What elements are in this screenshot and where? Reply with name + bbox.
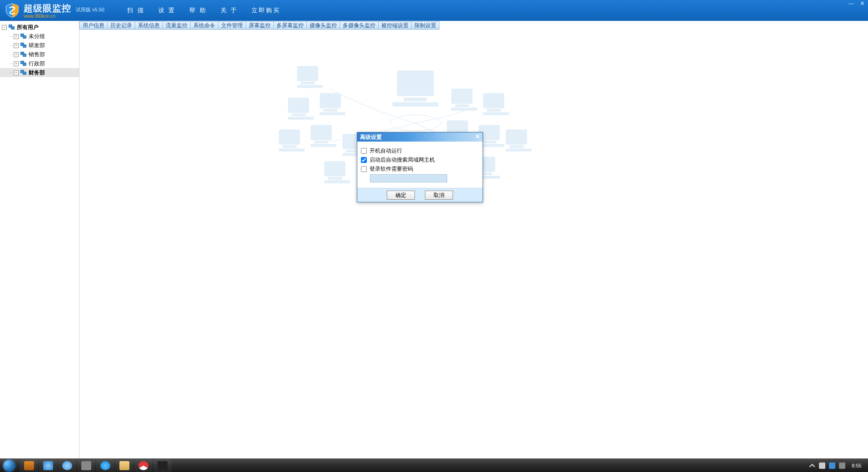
start-button[interactable] bbox=[0, 459, 18, 472]
option-require-password: 登录软件需要密码 bbox=[361, 164, 479, 173]
svg-rect-6 bbox=[297, 85, 322, 88]
checkbox-require-password[interactable] bbox=[361, 166, 367, 172]
tab-multi-camera[interactable]: 多摄像头监控 bbox=[340, 21, 379, 30]
svg-rect-11 bbox=[283, 146, 296, 148]
tray-icon[interactable] bbox=[829, 462, 835, 469]
taskbar-apps bbox=[20, 459, 172, 472]
tab-screen[interactable]: 屏幕监控 bbox=[246, 21, 274, 30]
svg-rect-18 bbox=[311, 144, 336, 147]
svg-rect-5 bbox=[301, 82, 315, 84]
tree-label: 未分组 bbox=[29, 33, 45, 40]
sidebar-tree: − 所有用户 ┈ + 未分组 ┈ + 研发部 ┈ + 销售部 ┈ + 行政部 bbox=[0, 21, 79, 458]
taskbar-app-3[interactable] bbox=[58, 459, 76, 472]
menu-buy[interactable]: 立即购买 bbox=[252, 6, 281, 15]
tree-item-admin[interactable]: ┈ + 行政部 bbox=[0, 59, 79, 68]
menu-scan[interactable]: 扫 描 bbox=[127, 6, 145, 15]
svg-rect-0 bbox=[397, 71, 434, 96]
expand-icon[interactable]: + bbox=[14, 70, 19, 75]
taskbar-app-2[interactable] bbox=[39, 459, 57, 472]
tab-system-info[interactable]: 系统信息 bbox=[135, 21, 163, 30]
svg-rect-2 bbox=[393, 103, 438, 106]
tab-user-info[interactable]: 用户信息 bbox=[79, 21, 108, 30]
taskbar-clock[interactable]: 8:55 bbox=[849, 463, 864, 468]
group-icon bbox=[20, 61, 27, 66]
tray-icon[interactable] bbox=[819, 462, 825, 469]
tab-traffic[interactable]: 流量监控 bbox=[163, 21, 191, 30]
dialog-title-bar[interactable]: 高级设置 ✕ bbox=[357, 133, 483, 142]
option-label: 开机自动运行 bbox=[370, 147, 402, 155]
expand-icon[interactable]: + bbox=[14, 34, 19, 39]
tray-expand-icon[interactable] bbox=[809, 462, 815, 469]
logo-area: 超级眼监控 www.360kon.cn bbox=[5, 2, 71, 19]
tab-multi-screen[interactable]: 多屏幕监控 bbox=[273, 21, 307, 30]
tab-restrict[interactable]: 限制设置 bbox=[411, 21, 439, 30]
group-icon bbox=[9, 25, 15, 30]
svg-rect-8 bbox=[292, 114, 306, 116]
svg-rect-1 bbox=[404, 98, 427, 101]
tray-icon[interactable] bbox=[839, 462, 845, 469]
checkbox-autorun[interactable] bbox=[361, 148, 367, 154]
svg-rect-26 bbox=[455, 105, 469, 107]
svg-rect-27 bbox=[452, 108, 477, 110]
taskbar: 8:55 bbox=[0, 458, 868, 472]
group-icon bbox=[20, 70, 27, 75]
svg-rect-24 bbox=[325, 181, 350, 183]
title-bar: 超级眼监控 www.360kon.cn 试用版 v5.50 扫 描 设 置 帮 … bbox=[0, 0, 868, 21]
group-icon bbox=[20, 34, 27, 39]
svg-rect-7 bbox=[288, 98, 309, 113]
svg-rect-10 bbox=[279, 130, 300, 144]
tab-system-cmd[interactable]: 系统命令 bbox=[190, 21, 218, 30]
svg-rect-9 bbox=[288, 117, 313, 119]
dialog-close-button[interactable]: ✕ bbox=[474, 134, 481, 140]
svg-rect-22 bbox=[325, 162, 345, 176]
tab-camera[interactable]: 摄像头监控 bbox=[306, 21, 340, 30]
expand-icon[interactable]: + bbox=[14, 43, 19, 48]
group-icon bbox=[20, 43, 27, 48]
tree-item-rd[interactable]: ┈ + 研发部 bbox=[0, 41, 79, 50]
minimize-button[interactable]: — bbox=[848, 1, 854, 7]
dialog-body: 开机自动运行 启动后自动搜索局域网主机 登录软件需要密码 bbox=[357, 142, 483, 188]
svg-rect-15 bbox=[320, 113, 345, 115]
main-menu: 扫 描 设 置 帮 助 关 于 立即购买 bbox=[127, 6, 281, 15]
taskbar-app-4[interactable] bbox=[77, 459, 95, 472]
group-icon bbox=[20, 52, 27, 57]
svg-rect-23 bbox=[328, 177, 342, 179]
taskbar-app-7[interactable] bbox=[134, 459, 153, 472]
windows-orb-icon bbox=[3, 460, 15, 472]
tree-item-sales[interactable]: ┈ + 销售部 bbox=[0, 50, 79, 59]
expand-icon[interactable]: + bbox=[14, 61, 19, 66]
tree-item-finance[interactable]: ┈ + 财务部 bbox=[0, 68, 79, 77]
svg-rect-12 bbox=[279, 149, 304, 151]
svg-rect-14 bbox=[324, 109, 337, 111]
taskbar-app-1[interactable] bbox=[20, 459, 38, 472]
option-autosearch: 启动后自动搜索局域网主机 bbox=[361, 155, 479, 164]
app-title: 超级眼监控 bbox=[24, 2, 71, 15]
option-autorun: 开机自动运行 bbox=[361, 146, 479, 155]
taskbar-app-6[interactable] bbox=[115, 459, 133, 472]
tab-history[interactable]: 历史记录 bbox=[107, 21, 135, 30]
close-button[interactable]: ✕ bbox=[859, 1, 865, 7]
menu-about[interactable]: 关 于 bbox=[221, 6, 238, 15]
option-label: 登录软件需要密码 bbox=[370, 165, 413, 173]
expand-icon[interactable]: + bbox=[14, 52, 19, 57]
svg-rect-30 bbox=[483, 113, 508, 115]
menu-help[interactable]: 帮 助 bbox=[189, 6, 207, 15]
taskbar-app-5[interactable] bbox=[96, 459, 114, 472]
checkbox-autosearch[interactable] bbox=[361, 157, 367, 163]
tree-root-all-users[interactable]: − 所有用户 bbox=[0, 23, 79, 32]
tab-client-settings[interactable]: 被控端设置 bbox=[378, 21, 412, 30]
tree-item-ungrouped[interactable]: ┈ + 未分组 bbox=[0, 32, 79, 41]
menu-settings[interactable]: 设 置 bbox=[158, 6, 176, 15]
app-url: www.360kon.cn bbox=[24, 14, 71, 19]
ok-button[interactable]: 确定 bbox=[387, 191, 415, 200]
svg-rect-29 bbox=[487, 109, 501, 111]
taskbar-app-8[interactable] bbox=[153, 459, 172, 472]
app-logo-icon bbox=[5, 3, 20, 18]
tab-file-mgr[interactable]: 文件管理 bbox=[218, 21, 246, 30]
tree-label: 所有用户 bbox=[17, 24, 39, 31]
main-area: − 所有用户 ┈ + 未分组 ┈ + 研发部 ┈ + 销售部 ┈ + 行政部 bbox=[0, 21, 868, 458]
tree-label: 研发部 bbox=[29, 42, 45, 49]
password-input[interactable] bbox=[370, 174, 447, 182]
cancel-button[interactable]: 取消 bbox=[425, 191, 453, 200]
collapse-icon[interactable]: − bbox=[2, 25, 7, 30]
